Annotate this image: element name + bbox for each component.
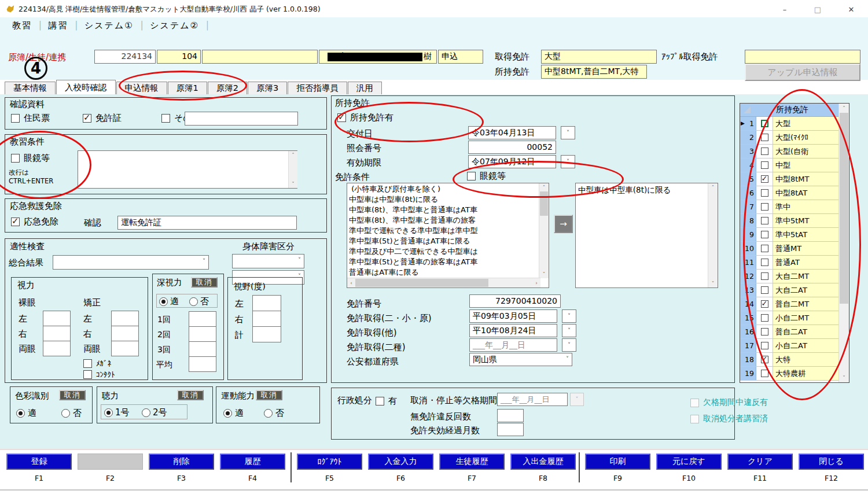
conditions-hscrollbar[interactable]: ‹ ›	[347, 278, 540, 287]
sub-number-field[interactable]: 104	[157, 50, 201, 64]
license-row-checkbox[interactable]	[761, 300, 768, 308]
license-row-checkbox[interactable]	[761, 328, 768, 336]
license-row-checkbox[interactable]	[761, 217, 768, 224]
condition-line[interactable]: 中型車は中型車(8t)に限る	[347, 194, 539, 205]
violation-during-period-checkbox[interactable]	[690, 399, 699, 407]
prefecture-combo[interactable]: 岡山県	[469, 353, 572, 366]
tab[interactable]: 原簿1	[168, 82, 207, 94]
condition-glasses-checkbox[interactable]	[467, 172, 476, 180]
tab[interactable]: 拒否指導員	[288, 82, 347, 94]
scroll-right-icon[interactable]: ›	[534, 280, 539, 286]
scroll-down-icon[interactable]: ˅	[289, 181, 297, 187]
license-row-checkbox[interactable]	[761, 203, 768, 211]
scroll-up-icon[interactable]: ˄	[539, 185, 549, 190]
license-row-checkbox[interactable]	[761, 370, 768, 377]
naked-right-field[interactable]	[43, 326, 71, 341]
function-button[interactable]: 削除	[149, 454, 214, 470]
license-row-checkbox[interactable]	[761, 259, 768, 266]
corrected-both-field[interactable]	[111, 341, 139, 356]
tab[interactable]: 汎用	[348, 82, 382, 94]
license-grid-row[interactable]: 10 普通MT	[740, 242, 839, 256]
color-cancel-button[interactable]: 取消	[59, 390, 86, 400]
license-grid-row[interactable]: 8 準中5tMT	[740, 214, 839, 228]
condition-line[interactable]: 普通車はAT車に限る	[347, 267, 539, 278]
license-row-checkbox[interactable]	[761, 148, 768, 155]
menu-item[interactable]: システム①	[84, 20, 134, 31]
tab[interactable]: 原簿3	[248, 82, 287, 94]
hearing-cancel-button[interactable]: 取消	[177, 390, 204, 400]
issue-date-field[interactable]: 令03年04月13日	[468, 126, 556, 139]
other-doc-checkbox[interactable]	[161, 114, 170, 123]
tab[interactable]: 基本情報	[5, 82, 56, 94]
acq1-field[interactable]: 平09年03月05日	[469, 309, 557, 323]
apple-application-button[interactable]: アップル申込情報	[745, 64, 860, 81]
depth-average-field[interactable]	[189, 356, 216, 372]
license-row-checkbox[interactable]	[761, 120, 768, 127]
depth-round2-field[interactable]	[189, 326, 216, 342]
license-number-field[interactable]: 729700410020	[469, 294, 561, 308]
apple-acquire-field[interactable]	[745, 50, 860, 64]
name-field[interactable]: 高 樹	[319, 50, 437, 64]
function-button[interactable]: 入金入力	[368, 454, 433, 470]
glasses-use-checkbox[interactable]	[83, 359, 92, 368]
student-number-field[interactable]: 224134	[94, 50, 156, 64]
function-button[interactable]: ﾛｸﾞｱｳﾄ	[297, 454, 362, 470]
expiry-date-field[interactable]: 令07年09月12日	[468, 155, 556, 168]
depth-round1-field[interactable]	[189, 311, 216, 327]
fov-total-field[interactable]	[252, 326, 281, 342]
acq3-field[interactable]: ___年__月__日	[469, 338, 557, 352]
scroll-thumb[interactable]	[355, 279, 488, 287]
color-ok-radio[interactable]	[16, 409, 25, 418]
hearing-no1-radio[interactable]	[104, 408, 113, 417]
license-row-checkbox[interactable]	[761, 175, 768, 183]
naked-both-field[interactable]	[43, 341, 71, 356]
function-button[interactable]	[78, 454, 143, 470]
function-button[interactable]: 入出金履歴	[510, 454, 576, 470]
license-grid-row[interactable]: 9 準中5tAT	[740, 228, 839, 242]
menu-item[interactable]: システム②	[150, 20, 199, 31]
naked-left-field[interactable]	[43, 311, 71, 326]
license-grid-row[interactable]: 19 大特農耕	[740, 367, 839, 381]
revocation-course-checkbox[interactable]	[690, 415, 699, 423]
issue-date-dropdown[interactable]: ˅	[561, 126, 575, 139]
license-row-checkbox[interactable]	[761, 286, 768, 294]
status-field[interactable]: 申込	[438, 50, 483, 64]
fov-right-field[interactable]	[252, 311, 281, 327]
selected-vscrollbar[interactable]: ˄ ˅	[708, 183, 718, 287]
other-doc-field[interactable]	[185, 112, 298, 126]
inquiry-number-field[interactable]: 00052	[468, 141, 556, 154]
condition-line[interactable]: 準中型で運転できる準中型車は準中型	[347, 226, 539, 236]
license-row-checkbox[interactable]	[761, 231, 768, 238]
license-row-checkbox[interactable]	[761, 342, 768, 349]
hearing-no2-radio[interactable]	[142, 408, 150, 417]
motor-ng-radio[interactable]	[264, 409, 273, 418]
license-grid-row[interactable]: 5 中型8tMT	[740, 172, 839, 186]
training-memo-textarea[interactable]	[78, 150, 297, 189]
scroll-up-icon[interactable]: ˄	[289, 152, 297, 158]
depth-ng-radio[interactable]	[189, 297, 198, 306]
scroll-down-icon[interactable]: ˅	[708, 281, 718, 286]
memo-scrollbar[interactable]: ˄ ˅	[288, 151, 297, 188]
license-grid-row[interactable]: 13 大自二AT	[740, 283, 839, 297]
license-grid-row[interactable]: ▶1 大型	[740, 117, 839, 131]
acq2-dropdown[interactable]: ˅	[562, 324, 576, 337]
license-row-checkbox[interactable]	[761, 314, 768, 322]
function-button[interactable]: 印刷	[585, 454, 650, 470]
license-row-checkbox[interactable]	[761, 272, 768, 280]
condition-line[interactable]: 中型車(8t)、準中型車と普通車はAT車	[347, 205, 539, 215]
scroll-left-icon[interactable]: ‹	[348, 280, 354, 286]
possess-license-field[interactable]: 中型8tMT,普自二MT,大特	[541, 65, 647, 79]
license-grid-row[interactable]: 17 小自二AT	[740, 339, 839, 353]
motor-ok-radio[interactable]	[223, 409, 232, 418]
period-dropdown[interactable]: ˅	[570, 393, 584, 406]
disqualification-period-field[interactable]: ___年__月__日	[497, 393, 568, 406]
selected-condition-box[interactable]: 中型車は中型車(8t)に限る ˄ ˅	[575, 183, 718, 288]
has-license-checkbox[interactable]	[337, 113, 346, 122]
contact-use-checkbox[interactable]	[83, 370, 92, 379]
condition-line[interactable]: 準中型車(5t)と普通車はAT車に限る	[347, 236, 539, 246]
acq3-dropdown[interactable]: ˅	[562, 338, 576, 352]
scroll-down-icon[interactable]: ˅	[539, 271, 549, 277]
expiry-date-dropdown[interactable]: ˅	[561, 155, 575, 168]
function-button[interactable]: 生徒履歴	[439, 454, 505, 470]
license-grid-row[interactable]: 11 普通AT	[740, 256, 839, 270]
